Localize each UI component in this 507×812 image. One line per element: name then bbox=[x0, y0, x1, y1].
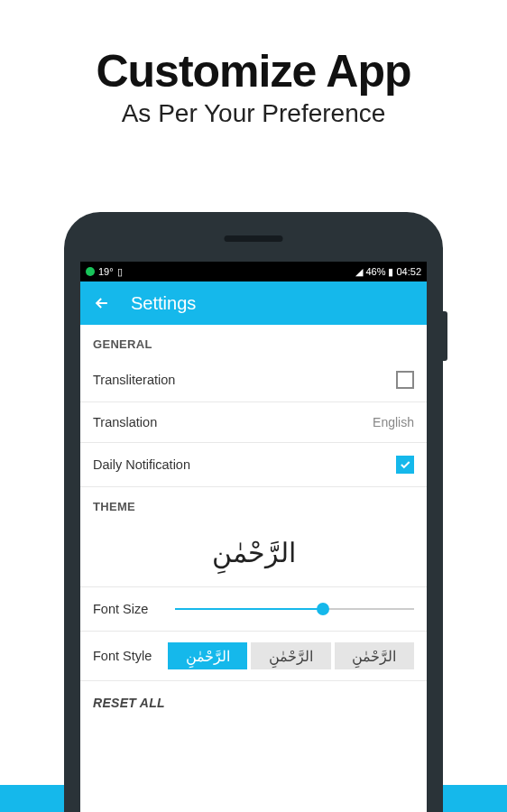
font-style-options: الرَّحْمٰنِ الرَّحْمٰنِ الرَّحْمٰنِ bbox=[168, 642, 414, 669]
section-header-general: GENERAL bbox=[80, 325, 427, 358]
font-style-option-3[interactable]: الرَّحْمٰنِ bbox=[335, 642, 414, 669]
battery-percent: 46% bbox=[365, 266, 385, 277]
row-font-style: Font Style الرَّحْمٰنِ الرَّحْمٰنِ الرَّ… bbox=[80, 632, 427, 681]
back-arrow-icon[interactable] bbox=[93, 294, 111, 312]
battery-icon: ▮ bbox=[388, 266, 393, 278]
section-header-theme: THEME bbox=[80, 487, 427, 521]
phone-frame: 19° ▯ ◢ 46% ▮ 04:52 Settings GENERAL Tra… bbox=[64, 212, 443, 812]
signal-icon: ◢ bbox=[355, 266, 363, 278]
phone-side-button bbox=[443, 311, 447, 361]
row-transliteration[interactable]: Transliteration bbox=[80, 358, 427, 402]
status-icon: ▯ bbox=[117, 266, 123, 278]
reset-all-button[interactable]: RESET ALL bbox=[80, 681, 427, 724]
transliteration-checkbox[interactable] bbox=[396, 371, 414, 389]
font-size-label: Font Size bbox=[93, 602, 161, 616]
screen: 19° ▯ ◢ 46% ▮ 04:52 Settings GENERAL Tra… bbox=[80, 262, 427, 812]
promo-subtitle: As Per Your Preference bbox=[0, 99, 507, 128]
status-temp: 19° bbox=[98, 266, 114, 277]
settings-content: GENERAL Transliteration Translation Engl… bbox=[80, 325, 427, 812]
promo-title: Customize App bbox=[0, 45, 507, 97]
font-style-label: Font Style bbox=[93, 649, 161, 663]
transliteration-label: Transliteration bbox=[93, 373, 175, 387]
row-daily-notification[interactable]: Daily Notification bbox=[80, 443, 427, 487]
daily-notification-label: Daily Notification bbox=[93, 457, 190, 472]
translation-value: English bbox=[373, 415, 414, 429]
arabic-preview: الرَّحْمٰنِ bbox=[80, 521, 427, 587]
row-font-size: Font Size bbox=[80, 587, 427, 632]
status-dot-icon bbox=[86, 267, 95, 276]
font-style-option-1[interactable]: الرَّحْمٰنِ bbox=[168, 642, 247, 669]
status-time: 04:52 bbox=[396, 266, 421, 277]
phone-speaker bbox=[225, 235, 283, 242]
promo-header: Customize App As Per Your Preference bbox=[0, 0, 507, 128]
font-size-slider[interactable] bbox=[175, 600, 414, 618]
status-bar: 19° ▯ ◢ 46% ▮ 04:52 bbox=[80, 262, 427, 281]
translation-label: Translation bbox=[93, 415, 157, 429]
font-style-option-2[interactable]: الرَّحْمٰنِ bbox=[251, 642, 330, 669]
appbar-title: Settings bbox=[131, 293, 196, 314]
row-translation[interactable]: Translation English bbox=[80, 402, 427, 443]
daily-notification-checkbox[interactable] bbox=[396, 456, 414, 474]
app-bar: Settings bbox=[80, 281, 427, 325]
